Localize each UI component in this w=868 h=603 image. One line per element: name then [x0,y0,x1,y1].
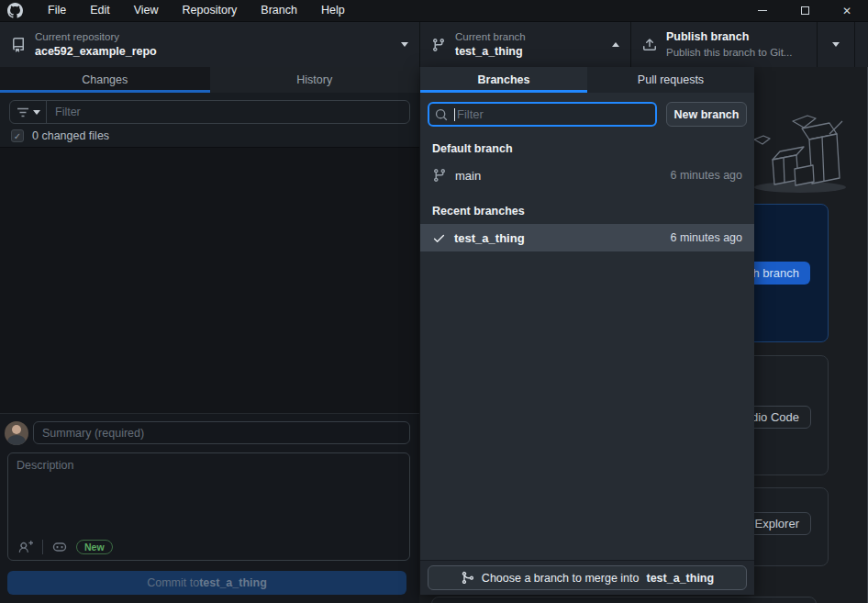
git-branch-icon [432,168,447,183]
current-repository-button[interactable]: Current repository ace592_example_repo [0,22,419,67]
menu-edit[interactable]: Edit [78,0,122,21]
menu-view[interactable]: View [122,0,171,21]
maximize-icon [801,6,809,15]
branch-row-test-a-thing[interactable]: test_a_thing 6 minutes ago [420,224,754,251]
popover-footer: Choose a branch to merge into test_a_thi… [420,560,754,595]
changed-files-row: ✓ 0 changed files [11,129,109,142]
current-repository-name: ace592_example_repo [35,45,392,58]
merge-button-branch: test_a_thing [647,572,715,585]
changes-history-tabs: Changes History [0,67,419,93]
toolbar: Current repository ace592_example_repo C… [0,21,868,67]
branch-name: main [455,169,481,183]
text-cursor [454,108,455,121]
toolbar-spacer [855,22,868,67]
avatar-body [7,435,26,445]
branches-list-panel: Filter New branch Default branch main 6 … [420,93,754,595]
titlebar: File Edit View Repository Branch Help ✕ [0,0,868,21]
upload-icon [642,38,657,52]
github-logo-icon [7,3,23,18]
commit-button-prefix: Commit to [147,576,199,589]
no-changes-illustration [740,95,850,198]
publish-branch-title: Publish branch [666,29,806,44]
new-branch-button[interactable]: New branch [666,102,747,127]
minimize-button[interactable] [741,0,784,21]
publish-branch-button[interactable]: Publish branch Publish this branch to Gi… [631,22,817,67]
tab-pull-requests[interactable]: Pull requests [587,67,754,93]
repo-icon [11,38,26,52]
check-icon [432,231,446,245]
git-merge-icon [461,571,474,585]
tab-history[interactable]: History [210,67,420,93]
summary-input[interactable] [34,422,409,443]
branch-name: test_a_thing [454,231,525,245]
commit-button[interactable]: Commit to test_a_thing [7,571,406,595]
current-repository-label: Current repository [35,31,392,43]
chevron-down-icon [33,110,40,115]
changed-files-list [0,148,419,413]
summary-field-box [33,421,410,444]
current-branch-name: test_a_thing [455,45,603,58]
new-badge: New [76,540,113,554]
github-desktop-window: sh branch dio Code Explorer File Edit Vi… [0,0,868,603]
recent-branches-header: Recent branches [432,205,742,218]
current-branch-button[interactable]: Current branch test_a_thing [420,22,630,67]
chevron-down-icon [832,42,840,47]
choose-branch-to-merge-button[interactable]: Choose a branch to merge into test_a_thi… [428,565,747,590]
menu-branch[interactable]: Branch [249,0,309,21]
branch-updated-time: 6 minutes ago [670,231,742,244]
current-branch-label: Current branch [455,31,603,43]
default-branch-header: Default branch [432,142,742,155]
description-toolbar: New [17,540,113,554]
branch-filter-input[interactable]: Filter [428,102,657,127]
changes-filter-box [9,100,410,124]
branch-search-row: Filter New branch [428,102,747,127]
maximize-button[interactable] [784,0,826,21]
filter-options-button[interactable] [10,101,47,123]
changes-header: ✓ 0 changed files [0,93,419,148]
publish-branch-subtitle: Publish this branch to Git... [666,46,806,60]
branch-filter-placeholder: Filter [457,107,484,121]
funnel-icon [17,106,29,118]
menu-help[interactable]: Help [309,0,357,21]
tab-branches[interactable]: Branches [420,67,587,93]
copilot-icon[interactable] [51,540,68,554]
publish-dropdown-button[interactable] [818,22,854,67]
chevron-up-icon [612,42,619,47]
chevron-down-icon [401,42,408,47]
commit-form: New Commit to test_a_thing [0,413,419,603]
merge-button-prefix: Choose a branch to merge into [482,572,640,585]
changes-filter-input[interactable] [47,106,409,118]
branch-row-main[interactable]: main 6 minutes ago [420,162,754,189]
search-icon [435,108,448,121]
add-coauthor-icon[interactable] [17,540,34,554]
menu-file[interactable]: File [36,0,78,21]
menu-repository[interactable]: Repository [171,0,250,21]
close-button[interactable]: ✕ [826,0,868,21]
changed-files-count: 0 changed files [32,129,109,142]
popover-tabs: Branches Pull requests [420,67,754,93]
git-branch-icon [431,38,446,52]
open-on-github-card [431,597,817,603]
avatar [5,421,28,445]
select-all-checkbox[interactable]: ✓ [11,129,24,142]
divider [42,540,43,554]
window-controls: ✕ [741,0,868,21]
tab-changes[interactable]: Changes [0,67,210,93]
branch-updated-time: 6 minutes ago [670,169,742,182]
avatar-head [12,425,21,434]
commit-button-branch: test_a_thing [199,576,267,589]
branches-popover: Branches Pull requests Filter New branch… [420,67,754,595]
description-field-box: New [7,452,410,561]
minimize-icon [758,10,767,11]
